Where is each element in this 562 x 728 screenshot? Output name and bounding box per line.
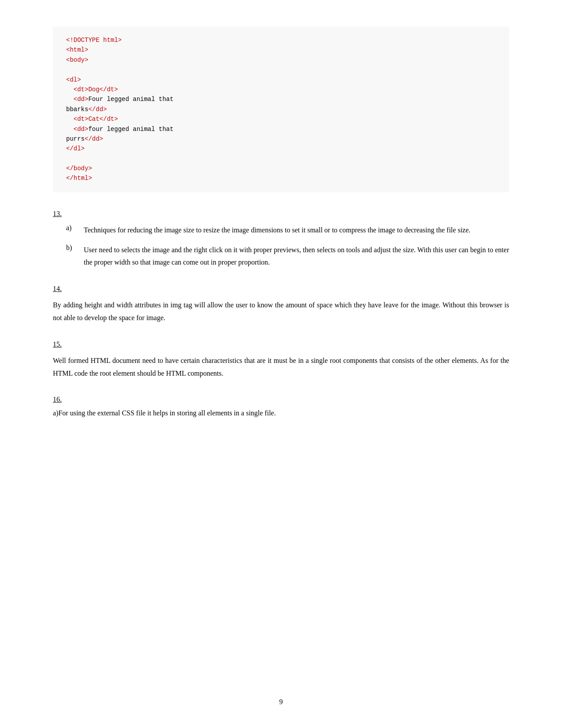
list-item-13b: b) User need to selects the image and th…	[53, 244, 509, 269]
section-16-number: 16.	[53, 396, 509, 403]
code-line-9: <dd>four legged animal that	[66, 124, 496, 134]
code-block: <!DOCTYPE html> <html> <body> <dl> <dt>D…	[53, 26, 509, 192]
code-text: four legged animal that	[88, 126, 173, 133]
page: <!DOCTYPE html> <html> <body> <dl> <dt>D…	[0, 0, 562, 728]
code-line-8: <dt>Cat</dt>	[66, 114, 496, 124]
code-tag: <!DOCTYPE html>	[66, 37, 122, 44]
code-tag: <dt>Dog</dt>	[74, 86, 118, 93]
code-tag: </body>	[66, 165, 92, 172]
code-line-3: <body>	[66, 55, 496, 65]
code-line-1: <!DOCTYPE html>	[66, 35, 496, 45]
code-tag: <dd>	[74, 126, 89, 133]
code-line-13: </html>	[66, 173, 496, 183]
list-content-13b: User need to selects the image and the r…	[84, 244, 509, 269]
code-tag: <dt>Cat</dt>	[74, 116, 118, 123]
code-tag: <dl>	[66, 76, 81, 83]
list-label-13b: b)	[66, 244, 84, 269]
list-label-13a: a)	[66, 224, 84, 237]
code-line-10: purrs</dd>	[66, 134, 496, 144]
section-15-text: Well formed HTML document need to have c…	[53, 355, 509, 380]
code-tag: </dl>	[66, 145, 85, 152]
code-line-12: </body>	[66, 164, 496, 173]
code-line-blank1	[66, 65, 496, 75]
code-line-2: <html>	[66, 45, 496, 55]
code-tag: </dd>	[85, 135, 103, 142]
list-item-13a: a) Techniques for reducing the image siz…	[53, 224, 509, 237]
code-line-6: <dd>Four legged animal that	[66, 94, 496, 104]
code-line-11: </dl>	[66, 144, 496, 153]
code-tag: <html>	[66, 46, 88, 53]
section-14: 14. By adding height and width attribute…	[53, 285, 509, 325]
code-line-4: <dl>	[66, 75, 496, 85]
code-line-5: <dt>Dog</dt>	[66, 85, 496, 94]
section-13: 13. a) Techniques for reducing the image…	[53, 210, 509, 269]
section-16-text: a)For using the external CSS file it hel…	[53, 407, 509, 420]
code-line-7: bbarks</dd>	[66, 105, 496, 114]
code-tag: <body>	[66, 56, 88, 63]
section-15-number: 15.	[53, 340, 509, 348]
list-content-13a: Techniques for reducing the image size t…	[84, 224, 509, 237]
page-number: 9	[0, 698, 562, 706]
code-tag: </dd>	[88, 106, 107, 113]
code-text: bbarks	[66, 106, 88, 113]
code-tag: </html>	[66, 175, 92, 182]
section-14-text: By adding height and width attributes in…	[53, 299, 509, 325]
section-15: 15. Well formed HTML document need to ha…	[53, 340, 509, 380]
section-13-number: 13.	[53, 210, 509, 218]
code-line-blank2	[66, 154, 496, 164]
code-text: purrs	[66, 135, 85, 142]
section-14-number: 14.	[53, 285, 509, 293]
code-tag: <dd>	[74, 96, 89, 103]
section-16: 16. a)For using the external CSS file it…	[53, 396, 509, 420]
code-text: Four legged animal that	[88, 96, 173, 103]
